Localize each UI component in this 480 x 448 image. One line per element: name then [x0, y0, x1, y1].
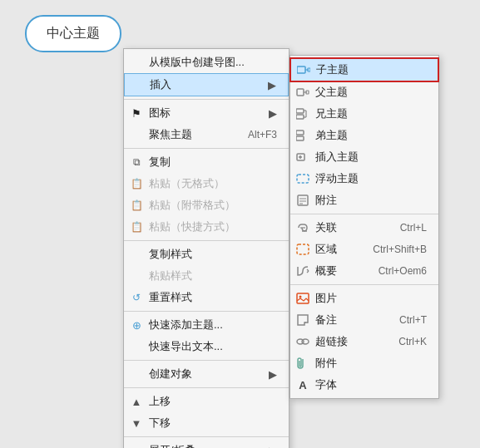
menu-item-label: 创建对象	[149, 367, 192, 382]
submenu-item-image[interactable]: 图片	[290, 288, 438, 309]
submenu-item-child-topic[interactable]: 子主题	[290, 58, 438, 81]
central-topic[interactable]: 中心主题	[25, 15, 121, 52]
svg-rect-25	[297, 293, 309, 303]
submenu-item-area[interactable]: 区域 Ctrl+Shift+B	[290, 239, 438, 260]
menu-item-focus[interactable]: 聚焦主题 Alt+F3	[124, 124, 289, 145]
area-shortcut: Ctrl+Shift+B	[356, 244, 427, 255]
paste-rich-icon: 📋	[129, 198, 144, 213]
menu-item-copy-style[interactable]: 复制样式	[124, 244, 289, 265]
submenu-item-label: 兄主题	[315, 106, 348, 121]
submenu-arrow-icon: ▶	[260, 107, 277, 120]
menu-item-paste-plain[interactable]: 📋 粘贴（无格式）	[124, 173, 289, 194]
submenu-item-label: 附件	[315, 356, 337, 371]
submenu-separator-1	[290, 214, 438, 214]
submenu-item-insert-topic[interactable]: 插入主题	[290, 146, 438, 168]
summary-icon	[295, 263, 310, 278]
menu-item-label: 从模版中创建导图...	[149, 55, 245, 70]
attachment-icon	[295, 356, 310, 371]
svg-rect-0	[297, 66, 305, 73]
context-menu: 从模版中创建导图... 插入 ▶ ⚑ 图标 ▶ 聚焦主题 Alt+F3 ⧉ 复制…	[123, 48, 289, 448]
menu-item-label: 插入	[150, 77, 171, 92]
menu-item-label: 粘贴（无格式）	[149, 176, 225, 191]
menu-item-move-up[interactable]: ▲ 上移	[124, 391, 289, 412]
submenu-item-memo[interactable]: 备注 Ctrl+T	[290, 309, 438, 331]
menu-item-label: 复制样式	[149, 247, 192, 262]
move-down-icon: ▼	[129, 416, 144, 431]
menu-item-quick-export[interactable]: 快速导出文本...	[124, 336, 289, 357]
menu-item-copy[interactable]: ⧉ 复制	[124, 151, 289, 173]
submenu-item-attachment[interactable]: 附件	[290, 352, 438, 374]
separator-2	[124, 148, 289, 149]
float-topic-icon	[295, 171, 310, 186]
menu-item-insert[interactable]: 插入 ▶	[124, 73, 289, 96]
submenu-item-label: 关联	[315, 220, 337, 235]
menu-item-paste-shortcut[interactable]: 📋 粘贴（快捷方式）	[124, 216, 289, 238]
image-icon	[295, 291, 310, 306]
submenu: 子主题 父主题 兄主题	[289, 55, 439, 399]
svg-rect-7	[296, 115, 304, 119]
submenu-item-font[interactable]: A 字体	[290, 374, 438, 396]
menu-item-label: 图标	[149, 106, 171, 121]
submenu-item-label: 备注	[315, 313, 337, 327]
menu-item-reset-style[interactable]: ↺ 重置样式	[124, 287, 289, 308]
reset-icon: ↺	[129, 290, 144, 305]
submenu-item-label: 父主题	[315, 85, 348, 100]
svg-rect-22	[297, 244, 309, 254]
submenu-item-label: 浮动主题	[315, 171, 359, 186]
hyperlink-icon	[295, 334, 310, 349]
separator-5	[124, 360, 289, 361]
submenu-item-hyperlink[interactable]: 超链接 Ctrl+K	[290, 331, 438, 352]
submenu-item-label: 字体	[315, 377, 337, 392]
submenu-arrow-icon: ▶	[260, 445, 277, 449]
sibling-topic-icon	[295, 106, 310, 121]
memo-icon	[295, 313, 310, 327]
link-shortcut: Ctrl+L	[384, 222, 427, 234]
menu-item-label: 复制	[149, 155, 171, 170]
memo-shortcut: Ctrl+T	[383, 314, 427, 326]
svg-rect-12	[296, 136, 304, 140]
svg-rect-11	[296, 130, 304, 135]
menu-item-label: 上移	[149, 394, 171, 409]
quick-add-icon: ⊕	[129, 318, 144, 332]
separator-7	[124, 436, 289, 437]
submenu-item-note[interactable]: 附注	[290, 190, 438, 211]
svg-rect-6	[296, 109, 304, 113]
submenu-item-link[interactable]: 关联 Ctrl+L	[290, 217, 438, 239]
menu-item-create-object[interactable]: 创建对象 ▶	[124, 363, 289, 385]
submenu-item-label: 区域	[315, 242, 337, 257]
menu-item-move-down[interactable]: ▼ 下移	[124, 412, 289, 434]
paste-shortcut-icon: 📋	[129, 219, 144, 234]
separator-4	[124, 311, 289, 312]
menu-item-expand-collapse[interactable]: 展开/折叠 ▶	[124, 440, 289, 448]
submenu-item-label: 插入主题	[315, 150, 359, 165]
summary-shortcut: Ctrl+Oem6	[362, 265, 427, 277]
separator-6	[124, 387, 289, 388]
separator-1	[124, 99, 289, 100]
menu-item-from-template[interactable]: 从模版中创建导图...	[124, 52, 289, 73]
paste-icon: 📋	[129, 176, 144, 191]
svg-point-29	[302, 339, 309, 344]
menu-item-label: 聚焦主题	[149, 127, 192, 142]
submenu-item-sibling-topic[interactable]: 兄主题	[290, 103, 438, 125]
menu-item-label: 快速导出文本...	[149, 339, 223, 354]
svg-rect-5	[306, 91, 309, 94]
area-icon	[295, 242, 310, 257]
submenu-item-summary[interactable]: 概要 Ctrl+Oem6	[290, 260, 438, 282]
svg-line-24	[307, 271, 309, 273]
child-topic-icon	[296, 62, 311, 77]
submenu-item-float-topic[interactable]: 浮动主题	[290, 168, 438, 190]
submenu-item-label: 附注	[315, 193, 337, 208]
submenu-item-brother-topic[interactable]: 弟主题	[290, 125, 438, 146]
menu-item-icon[interactable]: ⚑ 图标 ▶	[124, 102, 289, 124]
submenu-item-parent-topic[interactable]: 父主题	[290, 81, 438, 103]
parent-topic-icon	[295, 85, 310, 100]
insert-topic-icon	[295, 150, 310, 165]
submenu-separator-2	[290, 284, 438, 285]
note-icon	[295, 193, 310, 208]
menu-item-paste-style[interactable]: 粘贴样式	[124, 265, 289, 287]
shortcut-label: Alt+F3	[231, 129, 277, 140]
menu-item-paste-rich[interactable]: 📋 粘贴（附带格式）	[124, 194, 289, 216]
menu-item-label: 粘贴（快捷方式）	[149, 219, 235, 234]
flag-icon: ⚑	[129, 106, 144, 121]
menu-item-quick-add[interactable]: ⊕ 快速添加主题...	[124, 314, 289, 336]
